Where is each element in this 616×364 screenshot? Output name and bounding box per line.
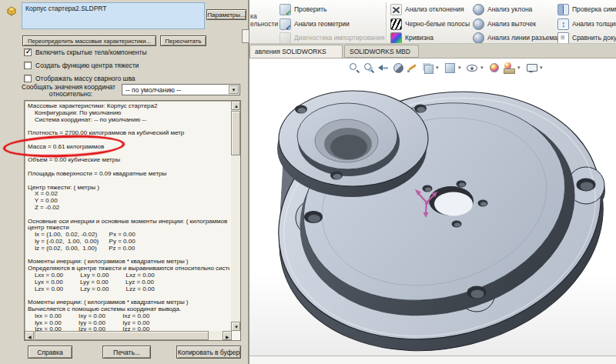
graphics-viewport[interactable]: ▾ ▾ ▾ ▾ ▾: [249, 58, 616, 356]
toolbar-item-geometry-analysis[interactable]: Анализ геометрии: [280, 18, 350, 30]
clipped-toolbar-label: ка ельности: [250, 12, 278, 28]
toolbar-item-label: Анализ выточек: [487, 20, 536, 28]
horizontal-scrollbar[interactable]: [25, 331, 232, 340]
undercut-analysis-sphere-icon: [473, 18, 484, 30]
checkbox-label: Включить скрытые тела/компоненты: [35, 48, 147, 56]
coordinate-system-dropdown[interactable]: -- по умолчанию --: [122, 84, 240, 95]
copy-to-clipboard-button[interactable]: Копировать в буфер: [176, 346, 241, 359]
toolbar-item-label: Анализ геометрии: [294, 20, 350, 28]
toolbar-item-compare-documents[interactable]: Сравнить докуме: [557, 32, 616, 44]
scroll-right-icon[interactable]: [223, 331, 232, 340]
print-button[interactable]: Печать...: [102, 346, 151, 359]
help-button[interactable]: Справка: [28, 346, 72, 359]
checkbox-label: Создать функцию центра тяжести: [35, 62, 139, 69]
tab-solidworks-mbd[interactable]: SOLIDWORKS MBD: [344, 45, 419, 58]
dropdown-value: -- по умолчанию --: [126, 86, 181, 94]
report-text: Массовые характеристики: Корпус стартера…: [28, 103, 229, 331]
part-document-icon: [5, 5, 18, 17]
toolbar-item-thickness-analysis[interactable]: Анализ толщины: [557, 18, 616, 30]
toolbar-item-label: Анализ уклона: [487, 5, 532, 13]
status-bar: [249, 356, 616, 364]
toolbar-item-deviation-analysis[interactable]: Анализ отклонения: [390, 3, 464, 15]
checkbox-icon[interactable]: [24, 48, 32, 56]
toolbar-item-label: Анализ толщины: [572, 20, 616, 28]
mass-properties-dialog: Корпус стартера2.SLDPRT Параметры... Пер…: [0, 0, 249, 364]
import-diagnostics-icon: [280, 32, 291, 44]
tab-label: SOLIDWORKS MBD: [350, 48, 410, 55]
command-manager-tabs: авления SOLIDWORKS SOLIDWORKS MBD: [249, 44, 616, 58]
checkbox-icon[interactable]: [24, 62, 32, 69]
tab-label: авления SOLIDWORKS: [255, 48, 326, 55]
checkbox-show-weld-bead-mass[interactable]: Отображать массу сварного шва: [24, 75, 136, 82]
vertical-scroll-thumb[interactable]: [231, 111, 240, 155]
scroll-up-icon[interactable]: [231, 101, 240, 110]
toolbar-item-label: Проверить: [294, 5, 327, 13]
options-button[interactable]: Параметры...: [206, 9, 246, 20]
toolbar-item-label: Диагностика импортирования: [294, 34, 384, 42]
toolbar-item-label: Анализ линии разъема: [487, 34, 557, 42]
part-name-field[interactable]: Корпус стартера2.SLDPRT: [22, 2, 205, 29]
zebra-stripes-icon: [390, 18, 402, 30]
verify-cube-check-icon: [280, 4, 291, 15]
curvature-rainbow-icon: [390, 32, 402, 44]
toolbar-item-draft-analysis[interactable]: Анализ уклона: [473, 3, 532, 15]
deviation-analysis-icon: [390, 4, 402, 15]
geometry-cube-check-icon: [280, 18, 291, 30]
toolbar-item-label: Черно-белые полосы: [405, 20, 470, 28]
checkbox-include-hidden-bodies[interactable]: Включить скрытые тела/компоненты: [24, 48, 147, 56]
thickness-analysis-icon: [557, 18, 569, 30]
toolbar-item-label: Анализ отклонения: [405, 5, 464, 13]
report-coordinates-label: Сообщать значения координат относительно…: [22, 84, 120, 98]
solidworks-window: { "colors": { "annotation_red": "#e2191c…: [0, 0, 616, 364]
scroll-down-icon[interactable]: [231, 322, 240, 331]
toolbar-separator: [386, 2, 387, 41]
symmetry-check-icon: [557, 4, 569, 15]
checkbox-label: Отображать массу сварного шва: [35, 75, 136, 82]
starter-housing-3d-model[interactable]: [249, 58, 615, 356]
tab-solidworks-addins[interactable]: авления SOLIDWORKS: [249, 45, 343, 58]
toolbar-item-label: Проверка симме: [572, 5, 616, 13]
toolbar-item-parting-line[interactable]: Анализ линии разъема: [473, 32, 557, 44]
toolbar-item-curvature[interactable]: Кривизна: [390, 32, 434, 44]
command-manager-toolbar: ка ельности Проверить Анализ геометрии Д…: [249, 0, 616, 44]
toolbar-item-undercut-analysis[interactable]: Анализ выточек: [473, 18, 536, 30]
dropdown-arrow-icon[interactable]: [229, 85, 239, 94]
override-mass-properties-button[interactable]: Переопределить массовые характеристики..…: [22, 35, 156, 46]
toolbar-item-check[interactable]: Проверить: [280, 3, 327, 15]
parting-line-sphere-icon: [473, 32, 484, 44]
toolbar-item-label: Сравнить докуме: [572, 34, 616, 42]
horizontal-scroll-thumb[interactable]: [35, 331, 209, 340]
toolbar-item-import-diagnostics: Диагностика импортирования: [280, 32, 384, 44]
model-bearing-boss: [277, 91, 428, 197]
draft-analysis-sphere-icon: [473, 4, 484, 15]
toolbar-item-label: Кривизна: [405, 34, 434, 42]
recalculate-button[interactable]: Пересчитать: [160, 35, 206, 46]
compare-documents-icon: [557, 32, 569, 44]
vertical-scrollbar[interactable]: [231, 101, 240, 331]
panel-collapse-handle[interactable]: [242, 29, 249, 43]
toolbar-item-symmetry-check[interactable]: Проверка симме: [557, 3, 616, 15]
mass-properties-report[interactable]: Массовые характеристики: Корпус стартера…: [24, 100, 241, 341]
scroll-left-icon[interactable]: [25, 331, 34, 340]
checkbox-create-center-of-mass[interactable]: Создать функцию центра тяжести: [24, 62, 139, 69]
checkbox-icon[interactable]: [24, 75, 32, 82]
toolbar-item-zebra-stripes[interactable]: Черно-белые полосы: [390, 18, 470, 30]
